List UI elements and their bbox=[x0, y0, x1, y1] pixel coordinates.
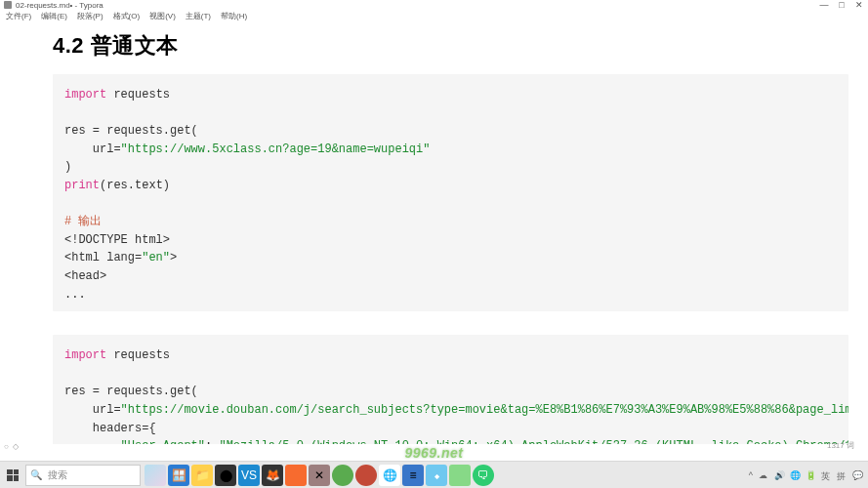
taskbar-app-4[interactable]: ⬤ bbox=[215, 465, 236, 486]
taskbar-app-15[interactable]: 🗨 bbox=[473, 465, 494, 486]
system-tray[interactable]: ^ ☁ 🔊 🌐 🔋 英 拼 💬 bbox=[749, 470, 868, 480]
menubar: 文件(F) 编辑(E) 段落(P) 格式(O) 视图(V) 主题(T) 帮助(H… bbox=[0, 10, 868, 23]
search-placeholder: 搜索 bbox=[48, 468, 67, 482]
taskbar-app-1[interactable] bbox=[145, 465, 166, 486]
taskbar-app-14[interactable] bbox=[449, 465, 471, 486]
tray-ime-icon[interactable]: 英 bbox=[821, 470, 831, 480]
taskbar-app-13[interactable]: ⬥ bbox=[426, 465, 447, 486]
close-button[interactable]: ✕ bbox=[854, 0, 864, 10]
heading-4-2: 4.2 普通文本 bbox=[53, 31, 848, 61]
editor-content[interactable]: 4.2 普通文本 import requests res = requests.… bbox=[0, 23, 868, 444]
taskbar: 🔍 搜索 🪟 📁 ⬤ VS 🦊 ✕ 🌐 ≡ ⬥ 🗨 ^ ☁ 🔊 🌐 🔋 英 拼 … bbox=[0, 461, 868, 488]
maximize-button[interactable]: □ bbox=[837, 0, 847, 10]
titlebar: 02-requests.md• - Typora — □ ✕ bbox=[0, 0, 868, 10]
code-block-1[interactable]: import requests res = requests.get( url=… bbox=[53, 74, 848, 311]
code-block-2[interactable]: import requests res = requests.get( url=… bbox=[53, 335, 848, 444]
tray-volume-icon[interactable]: 🔊 bbox=[774, 470, 784, 480]
sidebar-toggle[interactable]: ○ ◇ bbox=[4, 442, 19, 451]
taskbar-app-6[interactable]: 🦊 bbox=[262, 465, 283, 486]
taskbar-search[interactable]: 🔍 搜索 bbox=[25, 465, 141, 486]
watermark: 9969.net bbox=[404, 445, 463, 461]
app-icon bbox=[4, 1, 12, 9]
menu-edit[interactable]: 编辑(E) bbox=[39, 10, 69, 23]
tray-onedrive-icon[interactable]: ☁ bbox=[759, 470, 768, 480]
windows-logo-icon bbox=[7, 469, 19, 481]
outline-icon[interactable]: ○ bbox=[4, 442, 9, 451]
start-button[interactable] bbox=[0, 462, 25, 489]
taskbar-app-7[interactable] bbox=[285, 465, 307, 486]
taskbar-app-10[interactable] bbox=[355, 465, 377, 486]
tray-chevron-icon[interactable]: ^ bbox=[749, 470, 753, 480]
file-tree-icon[interactable]: ◇ bbox=[13, 442, 19, 451]
menu-help[interactable]: 帮助(H) bbox=[219, 10, 249, 23]
minimize-button[interactable]: — bbox=[819, 0, 829, 10]
menu-paragraph[interactable]: 段落(P) bbox=[75, 10, 105, 23]
menu-format[interactable]: 格式(O) bbox=[111, 10, 143, 23]
tray-notification-icon[interactable]: 💬 bbox=[852, 470, 862, 480]
menu-view[interactable]: 视图(V) bbox=[147, 10, 178, 23]
menu-file[interactable]: 文件(F) bbox=[4, 10, 33, 23]
search-icon: 🔍 bbox=[30, 469, 42, 480]
taskbar-app-2[interactable]: 🪟 bbox=[168, 465, 189, 486]
taskbar-app-5[interactable]: VS bbox=[238, 465, 260, 486]
tray-battery-icon[interactable]: 🔋 bbox=[806, 470, 815, 480]
taskbar-app-9[interactable] bbox=[332, 465, 353, 486]
menu-theme[interactable]: 主题(T) bbox=[184, 10, 213, 23]
word-count[interactable]: 1317 词 bbox=[827, 440, 854, 451]
taskbar-app-8[interactable]: ✕ bbox=[309, 465, 330, 486]
taskbar-app-12[interactable]: ≡ bbox=[402, 465, 424, 486]
tray-input-icon[interactable]: 拼 bbox=[837, 470, 847, 480]
window-title: 02-requests.md• - Typora bbox=[16, 1, 103, 10]
tray-network-icon[interactable]: 🌐 bbox=[790, 470, 800, 480]
taskbar-app-11[interactable]: 🌐 bbox=[379, 465, 400, 486]
taskbar-app-3[interactable]: 📁 bbox=[191, 465, 213, 486]
